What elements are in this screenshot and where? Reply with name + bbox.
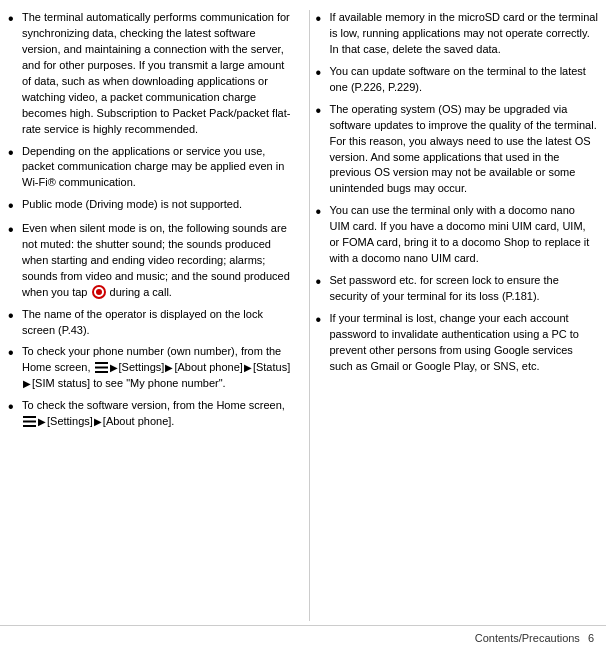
bullet-text: You can update software on the terminal …	[330, 64, 599, 96]
bullet-text: You can use the terminal only with a doc…	[330, 203, 599, 267]
columns: • The terminal automatically performs co…	[0, 10, 606, 621]
left-column: • The terminal automatically performs co…	[8, 10, 297, 621]
right-bullet-list: • If available memory in the microSD car…	[316, 10, 599, 375]
bullet-dot: •	[8, 398, 18, 416]
bullet-dot: •	[316, 64, 326, 82]
list-item: • To check the software version, from th…	[8, 398, 291, 430]
bullet-dot: •	[316, 203, 326, 221]
phone-icon	[92, 285, 106, 299]
list-item: • The operating system (OS) may be upgra…	[316, 102, 599, 198]
svg-rect-5	[23, 425, 36, 427]
bullet-text: Depending on the applications or service…	[22, 144, 291, 192]
footer-bar: Contents/Precautions 6	[0, 625, 606, 648]
list-item: • You can use the terminal only with a d…	[316, 203, 599, 267]
bullet-dot: •	[8, 10, 18, 28]
bullet-text: Even when silent mode is on, the followi…	[22, 221, 291, 301]
bullet-dot: •	[8, 197, 18, 215]
list-item: • Depending on the applications or servi…	[8, 144, 291, 192]
svg-rect-1	[95, 367, 108, 369]
bullet-dot: •	[8, 344, 18, 362]
bullet-dot: •	[316, 273, 326, 291]
list-item: • You can update software on the termina…	[316, 64, 599, 96]
svg-rect-4	[23, 420, 36, 422]
arrow-right: ▶	[38, 415, 46, 430]
bullet-text: The name of the operator is displayed on…	[22, 307, 291, 339]
bullet-text: If available memory in the microSD card …	[330, 10, 599, 58]
list-item: • Public mode (Driving mode) is not supp…	[8, 197, 291, 215]
list-item: • To check your phone number (own number…	[8, 344, 291, 392]
list-item: • The terminal automatically performs co…	[8, 10, 291, 138]
bullet-text: Set password etc. for screen lock to ens…	[330, 273, 599, 305]
arrow-right: ▶	[110, 361, 118, 376]
bullet-dot: •	[8, 144, 18, 162]
bullet-dot: •	[8, 221, 18, 239]
bullet-dot: •	[316, 10, 326, 28]
svg-rect-2	[95, 371, 108, 373]
right-column: • If available memory in the microSD car…	[309, 10, 599, 621]
bullet-text: The terminal automatically performs comm…	[22, 10, 291, 138]
svg-rect-0	[95, 362, 108, 364]
menu-icon-inline	[94, 361, 109, 373]
list-item: • If your terminal is lost, change your …	[316, 311, 599, 375]
bullet-text: The operating system (OS) may be upgrade…	[330, 102, 599, 198]
left-bullet-list: • The terminal automatically performs co…	[8, 10, 291, 430]
svg-rect-3	[23, 416, 36, 418]
bullet-text: If your terminal is lost, change your ea…	[330, 311, 599, 375]
footer-page-number: 6	[588, 632, 594, 644]
list-item: • If available memory in the microSD car…	[316, 10, 599, 58]
list-item: • The name of the operator is displayed …	[8, 307, 291, 339]
bullet-dot: •	[8, 307, 18, 325]
arrow-right: ▶	[244, 361, 252, 376]
bullet-text: To check your phone number (own number),…	[22, 344, 291, 392]
arrow-right: ▶	[94, 415, 102, 430]
list-item: • Set password etc. for screen lock to e…	[316, 273, 599, 305]
menu-icon-inline	[22, 415, 37, 427]
bullet-text: Public mode (Driving mode) is not suppor…	[22, 197, 291, 213]
arrow-right: ▶	[23, 377, 31, 392]
list-item: • Even when silent mode is on, the follo…	[8, 221, 291, 301]
bullet-dot: •	[316, 311, 326, 329]
bullet-dot: •	[316, 102, 326, 120]
bullet-text: To check the software version, from the …	[22, 398, 291, 430]
arrow-right: ▶	[165, 361, 173, 376]
footer-label: Contents/Precautions	[475, 632, 580, 644]
page-container: • The terminal automatically performs co…	[0, 0, 606, 648]
